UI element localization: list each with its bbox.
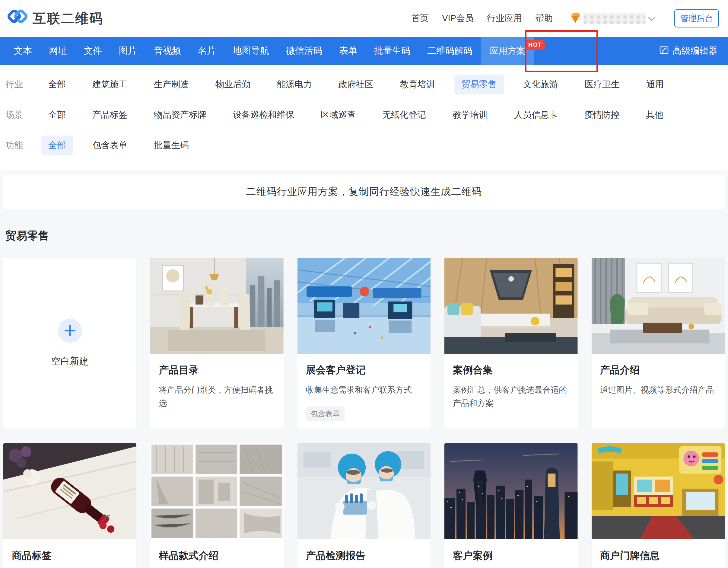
card-title: 产品检测报告 (306, 549, 366, 563)
card-desc: 通过图片、视频等形式介绍产品 (600, 384, 714, 397)
industry-option[interactable]: 医疗卫生 (577, 75, 627, 94)
card-desc: 案例汇总，供客户挑选最合适的产品和方案 (453, 384, 569, 410)
tab-batch-codes[interactable]: 批量生码 (366, 37, 419, 65)
industry-option[interactable]: 建筑施工 (85, 75, 135, 94)
top-nav: 首页 VIP会员 行业应用 帮助 管理后台 (411, 9, 719, 27)
user-account[interactable] (570, 12, 653, 25)
card-title: 商品标签 (12, 549, 52, 563)
tab-url[interactable]: 网址 (40, 37, 75, 65)
function-option[interactable]: 批量生码 (147, 135, 196, 155)
living-room-photo (444, 258, 577, 354)
industry-option[interactable]: 生产制造 (147, 75, 196, 94)
industry-option[interactable]: 物业后勤 (208, 75, 258, 94)
card-expo-registration[interactable]: 展会客户登记 收集生意需求和客户联系方式 包含表单 (297, 258, 431, 429)
tab-image[interactable]: 图片 (110, 37, 145, 65)
advanced-editor-link[interactable]: 高级编辑器 (659, 37, 728, 65)
blank-create-card[interactable]: 空白新建 (3, 258, 136, 429)
tab-business-card[interactable]: 名片 (189, 37, 224, 65)
card-title: 产品介绍 (600, 363, 640, 377)
card-desc: 将产品分门别类，方便扫码者挑选 (159, 384, 275, 410)
chevron-down-icon (648, 14, 655, 21)
logo[interactable]: 互联二维码 (7, 7, 103, 30)
industry-option-selected[interactable]: 贸易零售 (454, 75, 504, 94)
card-test-report[interactable]: 产品检测报告 (297, 443, 431, 568)
logo-icon (7, 7, 28, 30)
vip-crown-icon (570, 12, 580, 25)
industry-option[interactable]: 能源电力 (270, 75, 319, 94)
industry-option[interactable]: 文化旅游 (516, 75, 565, 94)
tab-qr-decode[interactable]: 二维码解码 (419, 37, 481, 65)
logo-text: 互联二维码 (33, 10, 103, 27)
scene-option[interactable]: 人员信息卡 (507, 105, 565, 125)
scene-option[interactable]: 全部 (41, 105, 73, 125)
sofa-photo (592, 258, 725, 354)
banner-text: 二维码行业应用方案，复制同行经验快速生成二维码 (246, 185, 482, 198)
tab-audio-video[interactable]: 音视频 (145, 37, 189, 65)
nav-help[interactable]: 帮助 (535, 12, 553, 24)
scene-option[interactable]: 其他 (639, 105, 671, 125)
main-nav-items: 文本 网址 文件 图片 音视频 名片 地图导航 微信活码 表单 批量生码 二维码… (5, 37, 534, 65)
card-title: 客户案例 (453, 549, 493, 563)
card-sample-styles[interactable]: 样品款式介绍 (150, 443, 283, 568)
tab-map-navigation[interactable]: 地图导航 (224, 37, 278, 65)
card-title: 案例合集 (453, 363, 493, 377)
scene-option[interactable]: 教学培训 (445, 105, 495, 125)
nav-vip[interactable]: VIP会员 (442, 12, 474, 24)
exhibition-hall-photo (297, 258, 431, 354)
main-nav-bar: 文本 网址 文件 图片 音视频 名片 地图导航 微信活码 表单 批量生码 二维码… (0, 37, 728, 65)
card-title: 展会客户登记 (306, 363, 366, 377)
edit-icon (659, 45, 669, 57)
scene-option[interactable]: 区域巡查 (313, 105, 363, 125)
tab-application-solutions[interactable]: 应用方案 HOT (481, 37, 534, 65)
card-product-intro[interactable]: 产品介绍 通过图片、视频等形式介绍产品 (592, 258, 725, 429)
card-merchant-signage[interactable]: 商户门牌信息 (592, 443, 725, 568)
industry-option[interactable]: 教育培训 (393, 75, 442, 94)
filter-label: 行业 (5, 78, 41, 90)
function-option-selected[interactable]: 全部 (41, 135, 73, 155)
nav-industry-apps[interactable]: 行业应用 (487, 12, 522, 24)
industry-option[interactable]: 政府社区 (331, 75, 381, 94)
storefront-photo (592, 443, 725, 539)
dining-room-photo (150, 258, 283, 354)
scene-option[interactable]: 疫情防控 (577, 105, 627, 125)
plus-icon (58, 319, 82, 343)
filter-row-industry: 行业 全部 建筑施工 生产制造 物业后勤 能源电力 政府社区 教育培训 贸易零售… (0, 69, 728, 100)
solutions-banner: 二维码行业应用方案，复制同行经验快速生成二维码 (3, 175, 725, 208)
card-customer-cases[interactable]: 客户案例 (444, 443, 577, 568)
lab-testing-photo (297, 443, 431, 539)
scene-option[interactable]: 无纸化登记 (375, 105, 433, 125)
industry-option[interactable]: 全部 (41, 75, 73, 94)
card-title: 产品目录 (159, 363, 199, 377)
card-title: 商户门牌信息 (600, 549, 660, 563)
tab-file[interactable]: 文件 (75, 37, 110, 65)
card-goods-label[interactable]: 商品标签 (3, 443, 136, 568)
scene-option[interactable]: 物品资产标牌 (147, 105, 214, 125)
card-desc: 收集生意需求和客户联系方式 (306, 384, 412, 397)
content-area: 二维码行业应用方案，复制同行经验快速生成二维码 贸易零售 空白新建 (0, 170, 728, 568)
hot-badge: HOT (525, 40, 545, 50)
scene-option[interactable]: 产品标签 (85, 105, 135, 125)
filter-panel: 行业 全部 建筑施工 生产制造 物业后勤 能源电力 政府社区 教育培训 贸易零售… (0, 65, 728, 170)
card-grid-row-1: 空白新建 (3, 258, 725, 429)
tab-form[interactable]: 表单 (331, 37, 366, 65)
wine-bottle-photo (3, 443, 136, 539)
filter-row-scene: 场景 全部 产品标签 物品资产标牌 设备巡检和维保 区域巡查 无纸化登记 教学培… (0, 100, 728, 130)
fabric-samples-photo (150, 443, 283, 539)
filter-row-function: 功能 全部 包含表单 批量生码 (0, 130, 728, 160)
function-option[interactable]: 包含表单 (85, 135, 135, 155)
tab-text[interactable]: 文本 (5, 37, 40, 65)
admin-console-button[interactable]: 管理后台 (674, 9, 719, 27)
masked-username (583, 13, 645, 24)
card-case-collection[interactable]: 案例合集 案例汇总，供客户挑选最合适的产品和方案 (444, 258, 577, 429)
tab-wechat-live-code[interactable]: 微信活码 (278, 37, 331, 65)
filter-label: 功能 (5, 139, 41, 151)
nav-home[interactable]: 首页 (411, 12, 429, 24)
card-grid-row-2: 商品标签 (3, 443, 725, 568)
filter-label: 场景 (5, 109, 41, 121)
card-product-catalog[interactable]: 产品目录 将产品分门别类，方便扫码者挑选 (150, 258, 283, 429)
card-title: 样品款式介绍 (159, 549, 218, 563)
scene-option[interactable]: 设备巡检和维保 (226, 105, 301, 125)
section-title: 贸易零售 (5, 228, 728, 243)
card-tag-form-included: 包含表单 (306, 407, 345, 421)
industry-option[interactable]: 通用 (639, 75, 671, 94)
